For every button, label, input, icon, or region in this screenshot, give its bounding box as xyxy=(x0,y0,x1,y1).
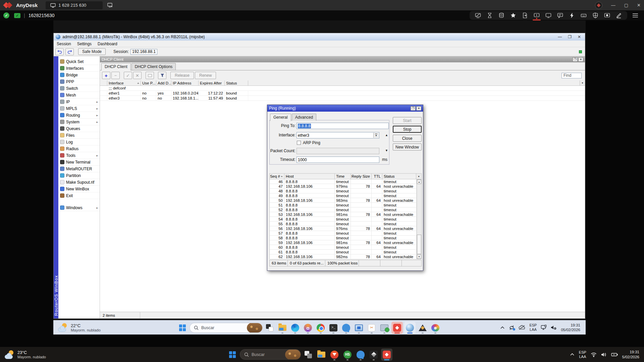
keyboard-icon[interactable] xyxy=(581,12,587,18)
anydesk-taskbar-icon[interactable] xyxy=(391,322,403,334)
favorites-star-icon[interactable] xyxy=(510,12,516,18)
interface-combo[interactable]: ether3 ▼ xyxy=(297,132,379,138)
find-button[interactable]: Find xyxy=(561,73,582,78)
sidebar-item[interactable]: New WinBox xyxy=(58,186,100,192)
dhcp-row[interactable]: ether1 no yes 192.168.0.2/24 17:12:22 bo… xyxy=(100,91,585,96)
comment-button[interactable] xyxy=(146,72,154,79)
volume-muted-icon[interactable] xyxy=(551,325,557,330)
ping-result-row[interactable]: 59 192.168.18.106 981ms 78 64 host unrea… xyxy=(270,240,417,245)
sidebar-item[interactable]: Exit xyxy=(58,192,100,199)
ping-result-row[interactable]: 56 192.168.18.106 976ms 78 64 host unrea… xyxy=(270,226,417,231)
terminal-icon[interactable]: >_ xyxy=(328,322,339,334)
chat-icon[interactable] xyxy=(557,12,563,18)
collapse-arrow-icon[interactable]: ▲ xyxy=(385,133,388,137)
maximize-button[interactable]: ▢ xyxy=(624,3,628,7)
whiteboard-pencil-icon[interactable] xyxy=(616,12,622,18)
language-indicator[interactable]: ESP LAA xyxy=(529,323,537,331)
col-add-default[interactable]: Add D... xyxy=(156,80,171,85)
pen-app-icon[interactable] xyxy=(417,322,428,334)
sidebar-item[interactable]: Log xyxy=(58,139,100,145)
sidebar-item[interactable]: Radius xyxy=(58,145,100,152)
winbox-close-button[interactable]: ✕ xyxy=(578,35,581,39)
remote-search-box[interactable]: Buscar xyxy=(190,323,263,333)
redo-button[interactable] xyxy=(65,48,74,55)
ping-result-row[interactable]: 62 192.168.18.106 982ms 78 64 host unrea… xyxy=(270,254,417,259)
packet-count-drop-icon[interactable]: ▼ xyxy=(385,149,388,152)
brave-icon[interactable] xyxy=(329,349,340,361)
col-seq[interactable]: Seq # xyxy=(270,174,284,179)
sidebar-item[interactable]: Partition xyxy=(58,172,100,179)
ping-result-row[interactable]: 49 8.8.8.8 timeout timeout xyxy=(270,193,417,198)
timeout-field[interactable]: 1000 xyxy=(297,157,379,163)
renew-button[interactable]: Renew xyxy=(195,72,216,79)
local-search-box[interactable]: Buscar xyxy=(240,349,301,360)
menu-session[interactable]: Session xyxy=(54,42,74,46)
remote-clock[interactable]: 19:31 05/02/2026 xyxy=(561,323,580,333)
sidebar-item[interactable]: System ▸ xyxy=(58,119,100,125)
dhcp-close-button[interactable]: ✕ xyxy=(578,57,583,62)
col-status-ping[interactable]: Status xyxy=(382,174,416,179)
language-indicator[interactable]: ESP LAA xyxy=(579,350,586,359)
sidebar-item[interactable]: Routing ▸ xyxy=(58,112,100,119)
column-select-dropdown[interactable]: ▼ xyxy=(416,174,421,179)
winbox-titlebar[interactable]: admin@192.168.88.1 (MikroTik) - WinBox (… xyxy=(54,33,585,41)
arp-ping-checkbox[interactable] xyxy=(297,141,301,145)
session-field[interactable]: 192.168.88.1 xyxy=(130,49,157,55)
tab-dhcp-client-options[interactable]: DHCP Client Options xyxy=(131,63,176,70)
heidisql-icon[interactable]: HS xyxy=(342,349,353,361)
anydesk-taskbar-icon[interactable] xyxy=(381,349,392,361)
scroll-up-icon[interactable]: ▲ xyxy=(417,180,421,184)
ping-table-scrollbar[interactable]: ▲ ▼ xyxy=(417,179,422,259)
ping-close-button[interactable]: ✕ xyxy=(416,106,421,111)
ping-titlebar[interactable]: Ping (Running) ❐ ✕ xyxy=(267,105,423,112)
dhcp-comment-row[interactable]: ;;; defconf xyxy=(100,86,585,91)
col-ip-address[interactable]: IP Address xyxy=(171,80,199,85)
remote-weather-widget[interactable]: 22°C Mayorm. nublado xyxy=(53,323,101,332)
ping-result-row[interactable]: 58 8.8.8.8 timeout timeout xyxy=(270,236,417,240)
monitor-draw-icon[interactable] xyxy=(475,12,481,18)
anydesk-session-tab[interactable]: 1 628 215 630 xyxy=(46,1,103,9)
dhcp-row[interactable]: ether3 no no 192.168.18.1... 11:57:49 bo… xyxy=(100,96,585,101)
safe-mode-button[interactable]: Safe Mode xyxy=(78,48,106,55)
file-explorer-icon[interactable] xyxy=(316,349,327,361)
ping-result-row[interactable]: 61 8.8.8.8 timeout timeout xyxy=(270,250,417,254)
ping-to-field[interactable]: 8.8.8.8 xyxy=(297,123,389,129)
sidebar-item[interactable]: Tools ▸ xyxy=(58,152,100,159)
snipping-tool-icon[interactable]: ✂ xyxy=(366,322,377,334)
tray-chevron-icon[interactable] xyxy=(500,326,505,329)
stop-button[interactable]: Stop xyxy=(393,126,422,133)
actions-lightning-icon[interactable] xyxy=(569,12,575,18)
file-explorer-icon[interactable] xyxy=(277,322,288,334)
remote-display-icon[interactable] xyxy=(541,325,547,330)
display-settings-icon[interactable] xyxy=(353,322,365,334)
storage-icon[interactable] xyxy=(498,12,504,18)
menu-settings[interactable]: Settings xyxy=(74,42,95,46)
remove-button[interactable]: − xyxy=(111,72,120,79)
tab-dhcp-client[interactable]: DHCP Client xyxy=(101,63,131,70)
tab-advanced[interactable]: Advanced xyxy=(292,114,316,121)
col-time[interactable]: Time xyxy=(335,174,351,179)
col-interface[interactable]: Interface xyxy=(107,80,141,85)
display-full-icon[interactable] xyxy=(545,12,551,18)
winbox-restore-button[interactable]: ❐ xyxy=(568,35,572,39)
local-clock[interactable]: 19:31 5/02/2026 xyxy=(622,350,639,359)
ping-result-row[interactable]: 50 192.168.18.106 983ms 78 64 host unrea… xyxy=(270,198,417,203)
ping-result-row[interactable]: 46 8.8.8.8 timeout timeout xyxy=(270,179,417,184)
battery-charging-icon[interactable] xyxy=(611,353,618,357)
sidebar-item[interactable]: PPP xyxy=(58,78,100,85)
ping-result-row[interactable]: 48 8.8.8.8 timeout timeout xyxy=(270,189,417,193)
privacy-shield-icon[interactable] xyxy=(592,12,598,18)
sidebar-item[interactable]: Quick Set xyxy=(58,58,100,65)
scroll-thumb[interactable] xyxy=(417,235,421,254)
chrome-icon[interactable] xyxy=(315,322,326,334)
sidebar-item[interactable]: Files xyxy=(58,132,100,139)
sidebar-item[interactable]: IP ▸ xyxy=(58,99,100,105)
ping-result-row[interactable]: 47 192.168.18.106 979ms 78 64 host unrea… xyxy=(270,184,417,189)
display-1-icon[interactable] xyxy=(534,12,540,18)
search-highlight-image[interactable] xyxy=(247,323,262,333)
ping-result-row[interactable]: 54 8.8.8.8 timeout timeout xyxy=(270,217,417,222)
col-reply-size[interactable]: Reply Size xyxy=(351,174,372,179)
col-use-peer[interactable]: Use P... xyxy=(141,80,156,85)
pgadmin-elephant-icon[interactable] xyxy=(340,322,352,334)
sidebar-item[interactable]: Interfaces xyxy=(58,65,100,72)
